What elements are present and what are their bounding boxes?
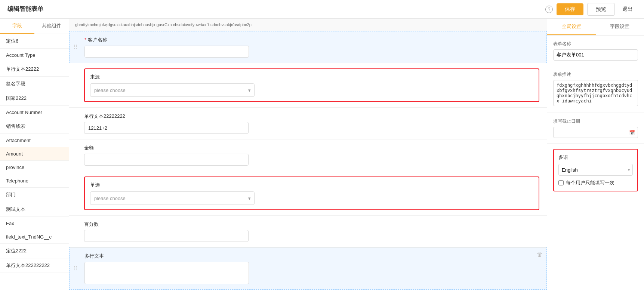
tab-other-components[interactable]: 其他组件 bbox=[34, 19, 69, 34]
radio-label: 单选 bbox=[90, 182, 533, 188]
deadline-date-wrapper: 📅 bbox=[553, 127, 638, 138]
canvas-inner: gbndtyimchmjolwjdgsuxkkauxbhjsdchoasbjx … bbox=[69, 19, 547, 295]
sidebar-list: 定位6 Account Type 单行文本22222 签名字段 国家2222 A… bbox=[0, 34, 69, 273]
sidebar-item-11[interactable]: 部门 bbox=[0, 188, 69, 202]
multiline-section: ⠿ 🗑 多行文本 bbox=[69, 247, 547, 290]
form-desc-textarea[interactable]: fdxghgfxghhhhhfdgxvbxhggdtydxbfgvxhfsytr… bbox=[553, 80, 638, 106]
preview-button[interactable]: 预览 bbox=[587, 3, 615, 16]
percent-section: 百分数 bbox=[69, 215, 547, 247]
radio-select[interactable]: please choose bbox=[90, 191, 255, 205]
deadline-section: 填写截止日期 📅 bbox=[547, 113, 644, 144]
sidebar: 字段 其他组件 定位6 Account Type 单行文本22222 签名字段 … bbox=[0, 19, 69, 295]
sidebar-tabs: 字段 其他组件 bbox=[0, 19, 69, 34]
drag-handle-customer[interactable]: ⠿ bbox=[73, 44, 78, 51]
sidebar-item-12[interactable]: 测试文本 bbox=[0, 202, 69, 217]
save-button[interactable]: 保存 bbox=[557, 3, 583, 15]
radio-section: 单选 please choose ▾ bbox=[69, 171, 547, 215]
right-panel: 全局设置 字段设置 表单名称 表单描述 fdxghgfxghhhhhfdgxvb… bbox=[547, 19, 644, 295]
sidebar-item-2[interactable]: 单行文本22222 bbox=[0, 62, 69, 77]
sidebar-item-10[interactable]: Telephone bbox=[0, 174, 69, 188]
multi-lang-label: 多语 bbox=[558, 154, 633, 161]
sidebar-item-6[interactable]: 销售线索 bbox=[0, 119, 69, 134]
tab-global-settings[interactable]: 全局设置 bbox=[547, 19, 596, 35]
lang-select-wrapper: English 中文 日本語 ▾ bbox=[558, 164, 633, 176]
multiline-input[interactable] bbox=[84, 262, 249, 284]
page-title: 编辑智能表单 bbox=[7, 5, 43, 13]
calendar-icon: 📅 bbox=[629, 130, 635, 135]
exit-button[interactable]: 退出 bbox=[619, 3, 637, 15]
form-name-label: 表单名称 bbox=[553, 41, 638, 47]
sidebar-item-0[interactable]: 定位6 bbox=[0, 34, 69, 49]
amount-section: 金额 bbox=[69, 139, 547, 171]
multiline-label: 多行文本 bbox=[84, 253, 539, 259]
single-text-input[interactable] bbox=[84, 122, 249, 134]
lang-select[interactable]: English 中文 日本語 bbox=[558, 164, 633, 176]
sidebar-item-8[interactable]: Amount bbox=[0, 147, 69, 161]
amount-input[interactable] bbox=[84, 154, 249, 166]
drag-handle-multiline[interactable]: ⠿ bbox=[73, 265, 78, 272]
delete-multiline-icon[interactable]: 🗑 bbox=[537, 251, 543, 258]
customer-name-input[interactable] bbox=[84, 46, 249, 58]
sidebar-item-13[interactable]: Fax bbox=[0, 217, 69, 230]
form-name-section: 表单名称 bbox=[547, 36, 644, 66]
form-desc-section: 表单描述 fdxghgfxghhhhhfdgxvbxhggdtydxbfgvxh… bbox=[547, 66, 644, 113]
customer-name-section: ⠿ 客户名称 bbox=[69, 31, 547, 63]
customer-name-label: 客户名称 bbox=[84, 37, 539, 43]
sidebar-item-9[interactable]: province bbox=[0, 161, 69, 174]
source-section: 来源 please choose ▾ bbox=[69, 63, 547, 107]
sidebar-item-14[interactable]: field_text_TndNG__c bbox=[0, 230, 69, 244]
once-per-user-row: 每个用户只能填写一次 bbox=[558, 179, 633, 186]
radio-select-wrapper: please choose ▾ bbox=[90, 191, 255, 205]
single-text-label: 单行文本22222222 bbox=[84, 113, 539, 120]
form-desc-label: 表单描述 bbox=[553, 71, 638, 78]
percent-input[interactable] bbox=[84, 230, 249, 242]
percent-label: 百分数 bbox=[84, 221, 539, 228]
source-label: 来源 bbox=[90, 74, 533, 80]
right-tabs: 全局设置 字段设置 bbox=[547, 19, 644, 36]
deadline-label: 填写截止日期 bbox=[553, 118, 638, 125]
tab-field-settings[interactable]: 字段设置 bbox=[596, 19, 644, 35]
source-select[interactable]: please choose bbox=[90, 83, 255, 97]
sidebar-item-16[interactable]: 单行文本222222222 bbox=[0, 258, 69, 273]
source-select-wrapper: please choose ▾ bbox=[90, 83, 255, 97]
once-per-user-checkbox[interactable] bbox=[558, 180, 564, 185]
amount-label: 金额 bbox=[84, 145, 539, 151]
once-per-user-label: 每个用户只能填写一次 bbox=[566, 179, 614, 186]
top-text-block: gbndtyimchmjolwjdgsuxkkauxbhjsdchoasbjx … bbox=[69, 19, 547, 31]
deadline-input[interactable] bbox=[553, 127, 638, 138]
canvas-area[interactable]: gbndtyimchmjolwjdgsuxkkauxbhjsdchoasbjx … bbox=[69, 19, 547, 295]
header-actions: ? 保存 预览 退出 bbox=[545, 3, 637, 16]
sidebar-item-1[interactable]: Account Type bbox=[0, 49, 69, 62]
single-text-section: 单行文本22222222 bbox=[69, 107, 547, 139]
header: 编辑智能表单 ? 保存 预览 退出 bbox=[0, 0, 644, 19]
form-name-input[interactable] bbox=[553, 49, 638, 61]
multi-lang-section: 多语 English 中文 日本語 ▾ 每个用户只能填写一次 bbox=[553, 149, 638, 191]
sidebar-item-15[interactable]: 定位2222 bbox=[0, 244, 69, 258]
sidebar-item-7[interactable]: Attachment bbox=[0, 134, 69, 147]
sidebar-item-5[interactable]: Account Number bbox=[0, 106, 69, 119]
app-container: 编辑智能表单 ? 保存 预览 退出 字段 其他组件 定位6 Account Ty… bbox=[0, 0, 644, 295]
main-layout: 字段 其他组件 定位6 Account Type 单行文本22222 签名字段 … bbox=[0, 19, 644, 295]
sidebar-item-3[interactable]: 签名字段 bbox=[0, 77, 69, 91]
sidebar-item-4[interactable]: 国家2222 bbox=[0, 91, 69, 106]
tab-fields[interactable]: 字段 bbox=[0, 19, 34, 34]
help-icon[interactable]: ? bbox=[545, 6, 553, 13]
